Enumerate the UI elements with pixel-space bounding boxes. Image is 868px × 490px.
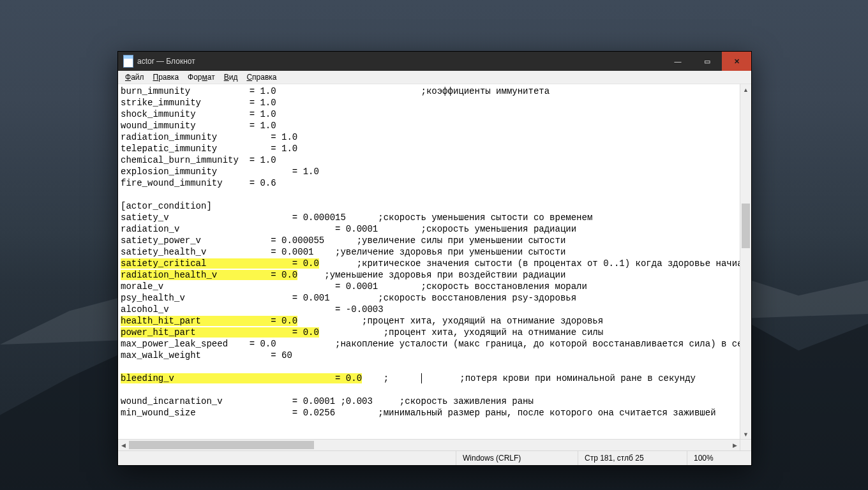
menu-format[interactable]: Формат (183, 72, 220, 82)
vertical-scroll-thumb[interactable] (742, 204, 750, 248)
menu-file[interactable]: Файл (121, 72, 149, 82)
scroll-left-arrow-icon[interactable]: ◀ (118, 440, 129, 450)
maximize-button[interactable]: ▭ (692, 52, 722, 71)
maximize-icon: ▭ (704, 57, 710, 66)
vertical-scrollbar[interactable]: ▲ ▼ (740, 84, 751, 440)
menu-help[interactable]: Справка (242, 72, 281, 82)
scroll-down-arrow-icon[interactable]: ▼ (740, 429, 751, 440)
notepad-icon (123, 55, 133, 68)
horizontal-scroll-thumb[interactable] (129, 441, 314, 449)
window-title: actor — Блокнот (137, 57, 195, 66)
menu-edit[interactable]: Правка (149, 72, 184, 82)
editor-content[interactable]: burn_immunity = 1.0 ;коэффициенты иммуни… (121, 85, 738, 419)
minimize-button[interactable]: — (663, 52, 692, 71)
close-button[interactable]: ✕ (722, 52, 751, 71)
status-position: Стр 181, стлб 25 (578, 451, 687, 465)
menu-view[interactable]: Вид (220, 72, 243, 82)
scroll-right-arrow-icon[interactable]: ▶ (730, 440, 740, 450)
close-icon: ✕ (734, 57, 740, 66)
statusbar: Windows (CRLF) Стр 181, стлб 25 100% (118, 450, 751, 465)
editor-area: burn_immunity = 1.0 ;коэффициенты иммуни… (118, 84, 751, 450)
minimize-icon: — (675, 57, 682, 65)
horizontal-scroll-track[interactable] (129, 440, 730, 450)
horizontal-scrollbar[interactable]: ◀ ▶ (118, 439, 740, 450)
vertical-scroll-track[interactable] (740, 95, 751, 429)
menubar: Файл Правка Формат Вид Справка (118, 71, 751, 84)
titlebar[interactable]: actor — Блокнот — ▭ ✕ (118, 52, 751, 71)
desktop-background: actor — Блокнот — ▭ ✕ Файл Правка Формат… (0, 0, 868, 490)
text-editor[interactable]: burn_immunity = 1.0 ;коэффициенты иммуни… (118, 84, 740, 440)
scroll-up-arrow-icon[interactable]: ▲ (740, 84, 751, 95)
notepad-window: actor — Блокнот — ▭ ✕ Файл Правка Формат… (117, 51, 752, 466)
status-zoom: 100% (687, 451, 751, 465)
scrollbar-corner (740, 439, 751, 450)
status-encoding: Windows (CRLF) (456, 451, 578, 465)
